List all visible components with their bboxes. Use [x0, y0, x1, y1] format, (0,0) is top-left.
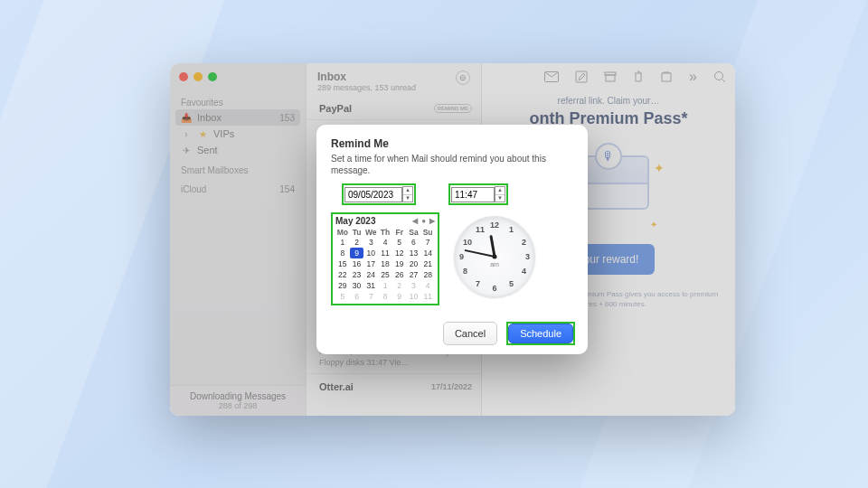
- svg-rect-1: [576, 71, 587, 82]
- cal-day-header: We: [363, 228, 378, 237]
- cal-day[interactable]: 23: [350, 269, 364, 280]
- filter-icon[interactable]: ⊖: [456, 70, 470, 85]
- cal-day[interactable]: 4: [378, 237, 392, 248]
- sidebar: Favourites 📥 Inbox 153 › ★ VIPs ✈ Sent S…: [170, 63, 306, 416]
- more-icon[interactable]: »: [689, 69, 697, 85]
- cal-day[interactable]: 2: [392, 280, 407, 291]
- cal-day[interactable]: 1: [378, 280, 392, 291]
- message-row[interactable]: PayPal REMIND ME: [307, 96, 481, 120]
- cal-day[interactable]: 3: [407, 280, 421, 291]
- cal-day[interactable]: 21: [420, 258, 435, 269]
- cal-day[interactable]: 1: [335, 237, 350, 248]
- cal-day[interactable]: 12: [392, 248, 407, 258]
- cal-day[interactable]: 19: [392, 258, 407, 269]
- cal-day[interactable]: 5: [335, 291, 350, 302]
- trash-icon[interactable]: [633, 70, 644, 83]
- cal-day[interactable]: 22: [335, 269, 350, 280]
- cal-day[interactable]: 10: [407, 291, 421, 302]
- cal-day[interactable]: 4: [420, 280, 435, 291]
- junk-icon[interactable]: [660, 71, 673, 82]
- archive-icon[interactable]: [604, 71, 617, 82]
- cal-day[interactable]: 11: [378, 248, 392, 258]
- cal-day[interactable]: 28: [420, 269, 435, 280]
- cal-next-icon[interactable]: ▶: [429, 217, 435, 225]
- date-field[interactable]: ▲▼: [342, 183, 416, 205]
- cal-day[interactable]: 7: [420, 237, 435, 248]
- sidebar-section-icloud[interactable]: iCloud 154: [170, 181, 306, 196]
- cal-day[interactable]: 26: [392, 269, 407, 280]
- cancel-button[interactable]: Cancel: [443, 322, 497, 345]
- star-icon: ★: [197, 128, 208, 139]
- cal-day[interactable]: 7: [363, 291, 378, 302]
- dialog-title: Remind Me: [331, 137, 573, 150]
- remind-me-dialog: Remind Me Set a time for when Mail shoul…: [316, 125, 588, 354]
- sidebar-item-label: Inbox: [197, 112, 222, 123]
- cal-day[interactable]: 18: [378, 258, 392, 269]
- clock-picker[interactable]: 1212 345 678 91011 am: [454, 212, 535, 297]
- cal-day[interactable]: 30: [350, 280, 364, 291]
- chevron-right-icon: ›: [181, 128, 192, 139]
- minimize-window[interactable]: [193, 72, 203, 81]
- cal-day[interactable]: 20: [407, 258, 421, 269]
- time-stepper[interactable]: ▲▼: [495, 186, 505, 202]
- cal-day[interactable]: 8: [378, 291, 392, 302]
- close-window[interactable]: [179, 72, 188, 81]
- cal-day[interactable]: 29: [335, 280, 350, 291]
- cal-day[interactable]: 27: [407, 269, 421, 280]
- time-input[interactable]: [451, 187, 495, 202]
- cal-day[interactable]: 13: [407, 248, 421, 258]
- cal-day-header: Su: [420, 228, 435, 237]
- window-controls: [170, 63, 306, 90]
- sidebar-item-label: VIPs: [213, 128, 234, 139]
- envelope-icon[interactable]: [544, 71, 559, 82]
- sidebar-item-sent[interactable]: ✈ Sent: [170, 142, 306, 158]
- inbox-badge: 153: [279, 113, 295, 123]
- date-stepper[interactable]: ▲▼: [402, 186, 413, 202]
- cal-day[interactable]: 2: [350, 237, 364, 248]
- cal-day[interactable]: 10: [363, 248, 378, 258]
- sidebar-item-inbox[interactable]: 📥 Inbox 153: [175, 109, 300, 126]
- schedule-button[interactable]: Schedule: [508, 324, 573, 343]
- cal-day[interactable]: 17: [363, 258, 378, 269]
- remind-me-tag: REMIND ME: [434, 104, 472, 113]
- cal-day[interactable]: 31: [363, 280, 378, 291]
- toolbar: »: [482, 63, 735, 90]
- cal-day[interactable]: 3: [363, 237, 378, 248]
- cal-today-icon[interactable]: ●: [421, 217, 426, 225]
- cal-day[interactable]: 14: [420, 248, 435, 258]
- cal-day[interactable]: 8: [335, 248, 350, 258]
- cal-day[interactable]: 11: [420, 291, 435, 302]
- message-row[interactable]: Otter.ai 17/11/2022: [307, 374, 481, 398]
- message-date: 17/11/2022: [431, 382, 472, 391]
- calendar-picker[interactable]: May 2023 ◀ ● ▶ MoTuWeThFrSaSu12345678910…: [331, 212, 439, 305]
- inbox-subtitle: 289 messages, 153 unread: [317, 83, 416, 92]
- cal-day[interactable]: 5: [392, 237, 407, 248]
- zoom-window[interactable]: [208, 72, 217, 81]
- message-from: PayPal: [319, 103, 352, 114]
- cal-day[interactable]: 15: [335, 258, 350, 269]
- inbox-icon: 📥: [181, 112, 192, 123]
- ampm-label: am: [490, 261, 499, 267]
- cal-day[interactable]: 6: [350, 291, 364, 302]
- minute-hand[interactable]: [465, 249, 495, 258]
- time-field[interactable]: ▲▼: [448, 183, 508, 205]
- date-input[interactable]: [344, 187, 402, 202]
- cal-day[interactable]: 25: [378, 269, 392, 280]
- cal-day[interactable]: 16: [350, 258, 364, 269]
- cal-day[interactable]: 6: [407, 237, 421, 248]
- calendar-month: May 2023: [335, 216, 375, 226]
- cal-day-header: Th: [378, 228, 392, 237]
- cal-day[interactable]: 24: [363, 269, 378, 280]
- download-status: Downloading Messages: [174, 391, 302, 401]
- search-icon[interactable]: [713, 70, 726, 83]
- promo-tagline: referral link. Claim your…: [496, 96, 721, 106]
- sidebar-section-smart: Smart Mailboxes: [170, 162, 306, 177]
- cal-prev-icon[interactable]: ◀: [412, 217, 418, 225]
- compose-icon[interactable]: [575, 70, 588, 83]
- message-from: Otter.ai: [319, 381, 354, 392]
- cal-day-header: Tu: [350, 228, 364, 237]
- cal-day[interactable]: 9: [392, 291, 407, 302]
- sidebar-item-vips[interactable]: › ★ VIPs: [170, 126, 306, 142]
- cal-day[interactable]: 9: [350, 248, 364, 258]
- svg-point-5: [715, 72, 723, 80]
